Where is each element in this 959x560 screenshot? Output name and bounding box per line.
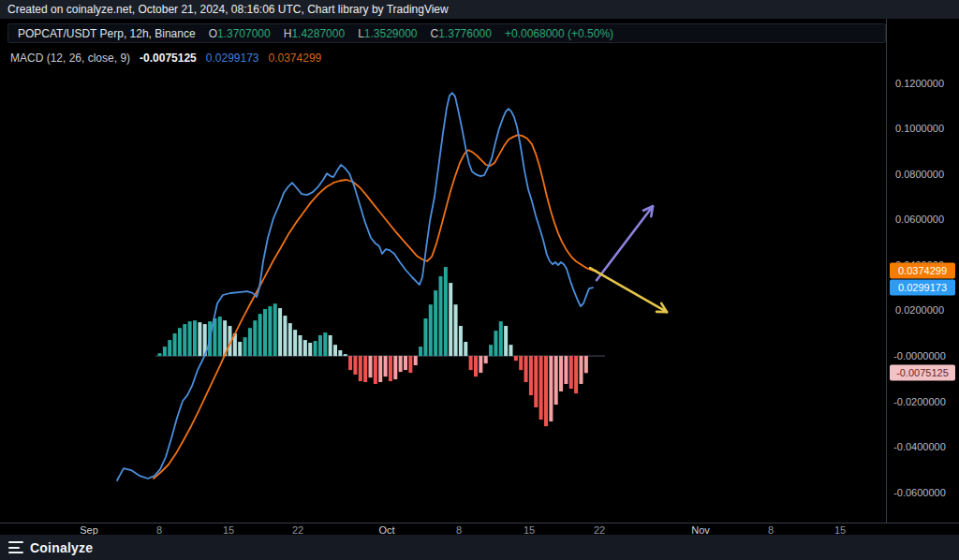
histogram-bar [353,356,357,375]
histogram-bar [429,304,433,356]
histogram-bar [569,356,573,389]
histogram-bar [489,345,493,356]
price-label: -0.0000000 [887,350,952,361]
time-axis[interactable]: Sep81522Oct81522Nov815 [0,523,959,535]
chart-canvas[interactable] [0,0,886,523]
histogram-bar [344,354,347,356]
histogram-bar [423,318,427,356]
histogram-bar [384,356,388,376]
histogram-bar [183,324,186,356]
indicator-signal-value: 0.0374299 [269,52,322,65]
histogram-bar [378,356,382,382]
price-label: -0.0600000 [887,487,952,498]
histogram-bar [258,314,262,356]
histogram-bar [389,356,392,381]
histogram-bar [524,356,528,382]
histogram-bar [584,356,588,373]
histogram-bar [549,356,553,421]
signal-line [154,135,597,479]
histogram-bar [474,356,478,376]
histogram-bar [399,356,403,372]
histogram-bar [188,321,192,356]
histogram-bar [293,330,297,356]
histogram-bar [519,356,523,370]
change-value: +0.0068000 (+0.50%) [505,27,613,40]
histogram-bar [218,317,222,356]
histogram-bar [564,356,568,384]
histogram-bar [238,342,242,356]
symbol-legend: POPCAT/USDT Perp, 12h, Binance O1.370700… [7,23,886,43]
histogram-bar [248,328,252,356]
histogram-bar [408,356,412,373]
histogram-bar [333,345,337,356]
low-value: L1.3529000 [358,27,417,40]
histogram-bar [494,331,497,356]
histogram-bar [514,356,518,361]
macd-value-badge: 0.0299173 [890,280,955,296]
price-label: -0.0200000 [887,396,952,407]
histogram-bar [438,276,442,356]
histogram-bar [193,320,197,356]
brand-name[interactable]: Coinalyze [30,540,93,555]
histogram-bar [414,356,418,365]
histogram-bar [308,343,312,356]
open-value: O1.3707000 [209,27,271,40]
histogram-bar [198,322,201,356]
histogram-bar [579,356,583,384]
histogram-bar [173,333,177,356]
histogram-bar [434,290,437,356]
histogram-bar [529,356,533,395]
histogram-bar [544,356,548,426]
histogram-bar [278,308,282,356]
histogram-bar [323,332,327,356]
indicator-legend: MACD (12, 26, close, 9) -0.0075125 0.029… [10,51,321,66]
histogram-bar [273,303,277,356]
histogram-bar [243,337,247,356]
histogram-bar [469,356,473,370]
coinalyze-logo-icon [8,541,24,553]
chart-window: Created on coinalyze.net, October 21, 20… [0,0,959,560]
histogram-bar [464,342,467,356]
bearish-projection-arrow [590,268,667,312]
histogram-bar [263,309,267,356]
price-label: 0.0200000 [887,304,952,316]
histogram-bar [509,345,512,356]
histogram-value-badge: -0.0075125 [890,365,955,381]
histogram-bar [574,356,578,393]
histogram-bar [283,316,287,356]
price-label: -0.0400000 [887,441,952,452]
histogram-bar [374,356,377,384]
symbol-name: POPCAT/USDT Perp, 12h, Binance [18,27,196,40]
histogram-bar [314,341,317,356]
histogram-bar [404,356,407,370]
histogram-bar [163,346,167,356]
price-axis[interactable]: 0.12000000.10000000.08000000.06000000.04… [886,19,959,535]
histogram-bar [158,353,162,356]
histogram-bar [419,346,422,356]
histogram-bar [338,350,342,356]
histogram-bar [288,323,292,356]
macd-line [117,93,593,480]
histogram-bar [348,356,352,370]
indicator-name: MACD (12, 26, close, 9) [10,52,130,65]
histogram-bar [359,356,362,381]
price-label: 0.0600000 [887,214,952,225]
close-value: C1.3776000 [431,27,492,40]
histogram-bar [499,321,503,356]
price-label: 0.0800000 [887,169,952,180]
histogram-bar [368,356,372,377]
footer-bar: Coinalyze [0,535,959,560]
histogram-bar [479,356,482,373]
histogram-bar [299,335,302,356]
histogram-bar [539,356,543,420]
histogram-bar [393,356,397,379]
histogram-bar [444,267,448,356]
bullish-projection-arrow [597,206,653,280]
high-value: H1.4287000 [284,27,345,40]
histogram-bar [484,356,488,363]
histogram-bar [504,326,508,356]
histogram-bar [178,328,182,356]
histogram-bar [363,356,367,382]
histogram-bar [168,340,171,356]
histogram-bar [318,335,322,356]
